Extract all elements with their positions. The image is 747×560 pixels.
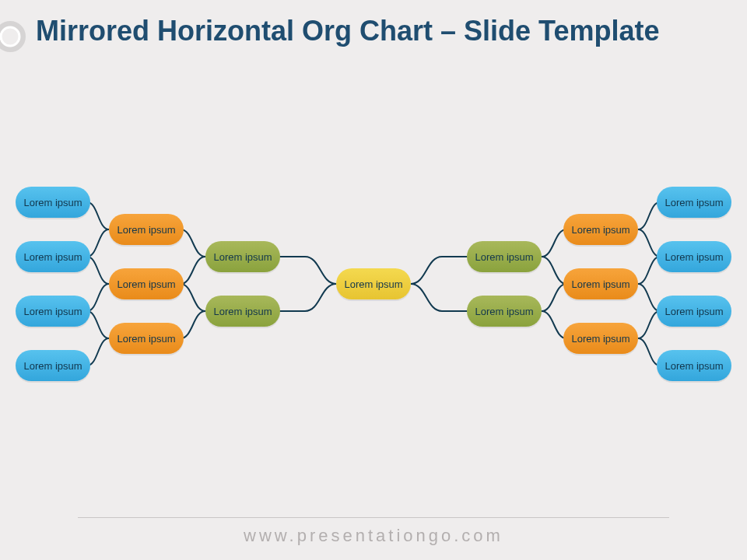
slide: Mirrored Horizontal Org Chart – Slide Te… xyxy=(0,0,747,560)
node-right-l2-0: Lorem ipsum xyxy=(467,241,542,272)
node-left-l4-1: Lorem ipsum xyxy=(16,241,90,272)
node-right-l4-0: Lorem ipsum xyxy=(657,187,731,218)
node-right-l2-1: Lorem ipsum xyxy=(467,296,542,327)
node-right-l3-2: Lorem ipsum xyxy=(563,323,638,354)
ring-icon xyxy=(0,17,30,56)
header: Mirrored Horizontal Org Chart – Slide Te… xyxy=(0,14,747,56)
footer-url: www.presentationgo.com xyxy=(0,526,747,546)
node-left-l3-1: Lorem ipsum xyxy=(109,268,184,299)
node-center: Lorem ipsum xyxy=(336,268,411,299)
node-left-l3-2: Lorem ipsum xyxy=(109,323,184,354)
node-left-l2-0: Lorem ipsum xyxy=(205,241,280,272)
node-left-l2-1: Lorem ipsum xyxy=(205,296,280,327)
node-left-l4-3: Lorem ipsum xyxy=(16,350,90,381)
page-title: Mirrored Horizontal Org Chart – Slide Te… xyxy=(36,14,659,47)
node-right-l4-2: Lorem ipsum xyxy=(657,296,731,327)
org-chart: Lorem ipsum Lorem ipsum Lorem ipsum Lore… xyxy=(37,163,710,404)
node-right-l3-0: Lorem ipsum xyxy=(563,214,638,245)
node-left-l4-0: Lorem ipsum xyxy=(16,187,90,218)
node-left-l4-2: Lorem ipsum xyxy=(16,296,90,327)
node-left-l3-0: Lorem ipsum xyxy=(109,214,184,245)
footer: www.presentationgo.com xyxy=(0,517,747,546)
node-right-l4-1: Lorem ipsum xyxy=(657,241,731,272)
node-right-l4-3: Lorem ipsum xyxy=(657,350,731,381)
svg-point-1 xyxy=(1,27,19,46)
footer-divider xyxy=(78,517,669,518)
node-right-l3-1: Lorem ipsum xyxy=(563,268,638,299)
